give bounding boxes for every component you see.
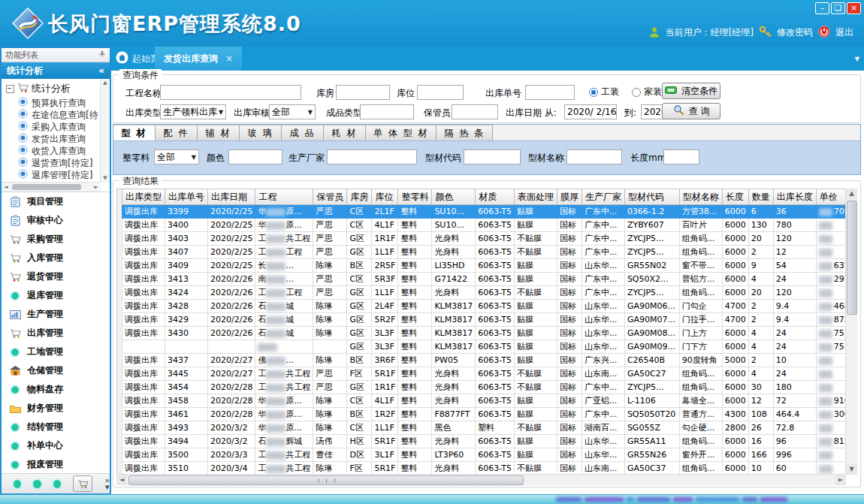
table-row[interactable]: 调拨出库34612020/2/28华原...陈琳B区1R2F整料F8877FT6… <box>122 408 847 421</box>
column-header[interactable]: 出库日期 <box>208 189 255 205</box>
tree-vertical-scrollbar[interactable]: ▲ ▼ <box>100 79 110 183</box>
table-row[interactable]: 调拨出库34542020/2/28工共工程严思G区1R1F整料光身料6063-T… <box>122 381 847 394</box>
scroll-up-icon[interactable]: ▲ <box>101 79 110 87</box>
scroll-thumb[interactable] <box>128 475 524 485</box>
table-row[interactable]: G区3L3F整料KLM38176063-T5贴膜国标山东华...GA90M09.… <box>122 340 847 354</box>
tree-horizontal-scrollbar[interactable]: ◄ ► <box>2 182 101 192</box>
material-tab[interactable]: 配 件 <box>156 125 198 140</box>
material-tab[interactable]: 单 体 型 材 <box>366 125 437 140</box>
sidebar-item-circle[interactable]: 工地管理 <box>2 343 110 361</box>
logout-link[interactable]: 退出 <box>835 26 853 39</box>
maximize-button[interactable]: ❏ <box>831 2 845 14</box>
material-tab[interactable]: 成 品 <box>282 125 324 140</box>
sidebar-item-circle[interactable]: 物料盘存 <box>2 380 110 399</box>
stats-group-header[interactable]: 统计分析 « <box>2 62 110 79</box>
scroll-down-icon[interactable]: ▼ <box>101 174 110 183</box>
factory-input[interactable] <box>327 149 417 164</box>
order-no-input[interactable] <box>525 85 575 100</box>
material-tab[interactable]: 隔 热 条 <box>437 125 493 140</box>
tree-root-stats[interactable]: 统计分析 <box>2 79 110 97</box>
table-row[interactable]: 调拨出库34242020/2/26工工程严思G区1L1F整料光身料6063-T5… <box>122 286 847 300</box>
table-vertical-scrollbar[interactable]: ▲ ▼ <box>845 189 857 475</box>
warehouse-input[interactable] <box>336 85 390 100</box>
sidebar-item-cart-in[interactable]: 入库管理 <box>2 249 110 267</box>
column-header[interactable]: 工程 <box>255 189 313 205</box>
cart-button[interactable] <box>73 475 92 492</box>
sidebar-item-folder[interactable]: 财务管理 <box>2 399 110 418</box>
sidebar-item-chart[interactable]: 生产管理 <box>2 305 110 324</box>
table-row[interactable]: 调拨出库34072020/2/25工工程严思G区1L1F整料光身料6063-T5… <box>122 246 847 259</box>
tree-item[interactable]: 发货出库查询 <box>2 133 110 145</box>
project-name-input[interactable] <box>160 85 301 100</box>
column-header[interactable]: 型材代码 <box>624 189 679 205</box>
dot-button[interactable] <box>53 480 61 488</box>
column-header[interactable]: 长度 <box>722 189 748 205</box>
column-header[interactable]: 数量 <box>748 189 773 205</box>
table-row[interactable]: 调拨出库34132020/2/26南...严思C区5R3F整料G71422606… <box>122 273 847 286</box>
table-row[interactable]: 调拨出库34032020/2/25工共工程严思G区1R1F整料光身料6063-T… <box>122 232 847 246</box>
table-row[interactable]: 调拨出库34372020/2/27佛...陈琳B区3R6F整料PW056063-… <box>122 354 847 367</box>
table-row[interactable]: 调拨出库33992020/2/25华原...严思C区2L1F整料SU10...6… <box>122 205 847 219</box>
table-row[interactable]: 调拨出库34942020/3/2石辉城汤伟H区5R1F整料光身料6063-T5贴… <box>122 435 847 448</box>
tree-item[interactable]: 预算执行查询 <box>2 97 110 109</box>
sidebar-item-circle[interactable]: 退库管理 <box>2 286 110 305</box>
table-row[interactable]: 调拨出库34932020/3/2华原...陈琳C区1L1F整料黑色塑料不贴膜国标… <box>122 421 847 435</box>
radio-homewear[interactable]: 家装 <box>632 86 662 98</box>
column-header[interactable]: 保管员 <box>313 189 347 205</box>
table-row[interactable]: 调拨出库34292020/2/26石城陈琳G区5R2F整料KLM38176063… <box>122 313 847 327</box>
scroll-thumb[interactable] <box>847 201 857 315</box>
column-header[interactable]: 整零料 <box>398 189 432 205</box>
pin-icon[interactable] <box>98 50 106 60</box>
change-password-link[interactable]: 修改密码 <box>777 26 813 39</box>
color-input[interactable] <box>228 149 282 164</box>
audit-select[interactable]: 全部▼ <box>269 104 316 119</box>
tab-active[interactable]: 发货出库查询 × <box>155 47 242 71</box>
table-row[interactable]: 调拨出库34302020/2/26石城陈琳G区3L3F整料KLM38176063… <box>122 327 847 340</box>
scroll-down-icon[interactable]: ▼ <box>846 464 857 475</box>
out-type-select[interactable]: 生产领料出库▼ <box>160 104 226 119</box>
column-header[interactable]: 表面处理 <box>514 189 557 205</box>
tree-item[interactable]: 收货入库查询 <box>2 145 110 157</box>
table-row[interactable]: 调拨出库34582020/2/28华原...陈琳C区4L1F整料光身料6063-… <box>122 394 847 408</box>
material-tab[interactable]: 辅 材 <box>198 125 240 140</box>
sidebar-item-circle[interactable]: 结转管理 <box>2 418 110 436</box>
minimize-button[interactable]: – <box>815 2 829 14</box>
column-header[interactable]: 型材名称 <box>679 189 722 205</box>
table-row[interactable]: 调拨出库35102020/3/4工共工程陈琳F区5R1F整料光身料6063-T5… <box>122 462 847 475</box>
table-row[interactable]: 调拨出库34452020/2/27工共工程严思F区5R1F整料光身料6063-T… <box>122 367 847 381</box>
material-tab[interactable]: 型 材 <box>113 125 156 140</box>
table-row[interactable]: 调拨出库34282020/2/26石城陈琳G区2L4F整料KLM38176063… <box>122 300 847 313</box>
column-header[interactable]: 单价 <box>816 189 846 205</box>
table-horizontal-scrollbar[interactable]: ◄ ► <box>116 474 846 485</box>
material-tab[interactable]: 玻 璃 <box>240 125 282 140</box>
tree-expander-icon[interactable] <box>6 85 14 93</box>
tab-overflow-icon[interactable]: ▼ <box>855 56 859 62</box>
product-type-input[interactable] <box>360 104 414 119</box>
column-header[interactable]: 出库类型 <box>122 189 165 205</box>
column-header[interactable]: 膜厚 <box>557 189 582 205</box>
column-header[interactable]: 库位 <box>372 189 398 205</box>
radio-workwear[interactable]: 工装 <box>589 86 619 98</box>
tab-home[interactable]: 起始页 <box>116 51 159 66</box>
scroll-right-icon[interactable]: ► <box>92 183 101 192</box>
close-button[interactable]: × <box>847 2 861 14</box>
sidebar-item-cart[interactable]: 采购管理 <box>2 230 110 249</box>
sidebar-item-warehouse[interactable]: 仓储管理 <box>2 361 110 380</box>
column-header[interactable]: 库房 <box>347 189 372 205</box>
table-row[interactable]: 调拨出库34002020/2/25华原...严思C区4L1F整料SU10...6… <box>122 219 847 232</box>
column-header[interactable]: 生产厂家 <box>582 189 624 205</box>
column-header[interactable]: 出库长度 <box>773 189 816 205</box>
part-select[interactable]: 全部▼ <box>154 149 199 164</box>
column-header[interactable]: 材质 <box>476 189 515 205</box>
scroll-right-icon[interactable]: ► <box>835 475 846 485</box>
search-button[interactable]: 查 询 <box>662 103 721 119</box>
tree-item[interactable]: 在途信息查询[待 <box>2 109 110 121</box>
dot-button[interactable] <box>14 480 21 488</box>
tree-item[interactable]: 退库管理[待定] <box>2 169 110 181</box>
profile-code-input[interactable] <box>464 149 521 164</box>
dot-button[interactable] <box>33 480 41 488</box>
clear-conditions-button[interactable]: 清空条件 <box>662 83 721 99</box>
scroll-left-icon[interactable]: ◄ <box>2 183 11 192</box>
more-button[interactable]: »▼ <box>104 478 110 490</box>
table-row[interactable]: 调拨出库35002020/3/3工共工程曹佳D区3L1F整料LT3P606063… <box>122 448 847 462</box>
